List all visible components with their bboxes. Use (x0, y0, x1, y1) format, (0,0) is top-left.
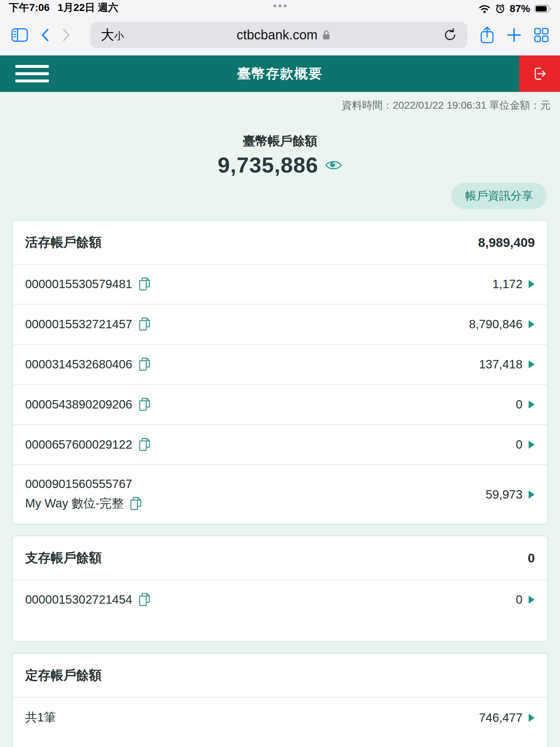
row-amount: 137,418 (479, 357, 522, 371)
card-header: 活存帳戶餘額 8,989,409 (13, 221, 547, 264)
new-tab-icon[interactable] (507, 28, 521, 42)
card-title: 活存帳戶餘額 (25, 234, 102, 251)
account-row[interactable]: 共1筆 746,477 (13, 697, 547, 738)
card-header: 定存帳戶餘額 (13, 654, 547, 697)
tabs-icon[interactable] (534, 27, 549, 43)
copy-icon[interactable] (138, 592, 151, 607)
status-date: 1月22日 週六 (58, 1, 118, 15)
row-amount: 0 (516, 398, 522, 411)
card-rows: 0000015302721454 0 (13, 580, 547, 619)
account-row[interactable]: 0000314532680406 137,418 (13, 344, 547, 384)
chevron-right-icon (528, 490, 535, 499)
row-amount: 8,790,846 (469, 317, 522, 331)
card-rows: 共1筆 746,477 (13, 697, 547, 738)
forward-icon[interactable] (62, 28, 71, 42)
browser-chrome: 下午7:06 1月22日 週六 87% (0, 0, 560, 55)
row-amount: 746,477 (479, 711, 522, 725)
chevron-right-icon (528, 280, 535, 289)
text-size-button[interactable]: 大小 (101, 26, 124, 44)
account-row[interactable]: 0000543890209206 0 (13, 384, 547, 424)
status-time: 下午7:06 (9, 1, 50, 15)
multitask-dots-icon (273, 4, 287, 7)
eye-icon[interactable] (325, 159, 342, 171)
account-cell: 0000314532680406 (25, 357, 151, 372)
account-text: 0000314532680406 (25, 357, 132, 371)
amount-cell: 8,790,846 (469, 317, 535, 331)
card-rows: 0000015530579481 1,172 0000015532721457 (13, 264, 547, 524)
amount-cell: 59,973 (486, 488, 535, 502)
page-title: 臺幣存款概要 (237, 65, 323, 83)
row-amount: 59,973 (486, 488, 522, 502)
status-bar: 下午7:06 1月22日 週六 87% (0, 0, 560, 15)
account-row[interactable]: 0000657600029122 0 (13, 424, 547, 464)
data-time-value: 2022/01/22 19:06:31 (393, 100, 486, 111)
account-text: 0000657600029122 (25, 438, 132, 452)
card-title: 定存帳戶餘額 (25, 667, 102, 684)
logout-button[interactable] (519, 55, 560, 92)
account-cell: 0000015302721454 (25, 592, 151, 607)
data-timestamp: 資料時間：2022/01/22 19:06:31 單位金額：元 (0, 92, 560, 112)
copy-icon[interactable] (138, 397, 151, 412)
account-text: 0000543890209206 (25, 398, 132, 411)
amount-cell: 746,477 (479, 711, 535, 725)
chevron-right-icon (528, 713, 535, 722)
balance-card: 定存帳戶餘額 共1筆 746,477 (12, 653, 548, 747)
chevron-right-icon (528, 360, 535, 369)
card-header: 支存帳戶餘額 0 (13, 536, 547, 580)
amount-cell: 137,418 (479, 357, 535, 371)
amount-cell: 0 (516, 398, 535, 411)
row-amount: 1,172 (492, 277, 522, 291)
account-text: 0000015302721454 (25, 593, 132, 607)
menu-icon[interactable] (15, 61, 49, 87)
amount-cell: 0 (516, 593, 535, 607)
account-text: 0000015532721457 (25, 317, 132, 331)
account-row[interactable]: 0000015532721457 8,790,846 (13, 304, 547, 344)
back-icon[interactable] (41, 28, 50, 42)
account-cell: 0000657600029122 (25, 437, 151, 452)
copy-icon[interactable] (138, 317, 151, 332)
cards: 活存帳戶餘額 8,989,409 0000015530579481 1,172 (0, 220, 560, 747)
data-time-label: 資料時間： (342, 100, 393, 111)
copy-icon[interactable] (138, 357, 151, 372)
reload-icon[interactable] (443, 28, 457, 42)
url-bar[interactable]: 大小 ctbcbank.com (90, 22, 467, 48)
safari-toolbar: 大小 ctbcbank.com (0, 15, 560, 55)
card-total: 0 (528, 551, 535, 565)
balance-card: 支存帳戶餘額 0 0000015302721454 0 (12, 535, 548, 642)
account-text: My Way 數位-完整 (25, 495, 124, 512)
url-domain: ctbcbank.com (237, 27, 318, 43)
chevron-right-icon (528, 320, 535, 329)
account-row[interactable]: 0000901560555767 My Way 數位-完整 59,973 (13, 464, 547, 524)
share-icon[interactable] (480, 26, 494, 44)
battery-percent: 87% (510, 3, 530, 15)
account-text: 0000015530579481 (25, 277, 132, 291)
amount-cell: 0 (516, 438, 535, 452)
account-cell: 0000901560555767 My Way 數位-完整 (25, 477, 143, 512)
unit-value: 元 (540, 100, 551, 111)
account-cell: 0000015532721457 (25, 317, 151, 332)
row-amount: 0 (516, 593, 522, 607)
account-share-button[interactable]: 帳戶資訊分享 (451, 183, 547, 209)
account-cell: 0000015530579481 (25, 276, 151, 292)
total-balance-amount: 9,735,886 (218, 152, 318, 178)
total-balance-label: 臺幣帳戶餘額 (0, 133, 560, 150)
copy-icon[interactable] (138, 276, 151, 292)
account-text: 共1筆 (25, 709, 56, 726)
lock-icon (322, 30, 331, 40)
account-cell: 共1筆 (25, 709, 56, 726)
card-title: 支存帳戶餘額 (25, 549, 102, 566)
copy-icon[interactable] (138, 437, 151, 452)
copy-icon[interactable] (129, 496, 143, 511)
account-row[interactable]: 0000015530579481 1,172 (13, 264, 547, 304)
wifi-icon (478, 4, 491, 13)
balance-card: 活存帳戶餘額 8,989,409 0000015530579481 1,172 (12, 220, 548, 525)
account-cell: 0000543890209206 (25, 397, 151, 412)
sidebar-icon[interactable] (11, 28, 28, 42)
unit-label: 單位金額： (489, 100, 540, 111)
card-total: 8,989,409 (478, 235, 535, 250)
logout-icon (531, 65, 548, 82)
app-header: 臺幣存款概要 (0, 55, 560, 92)
amount-cell: 1,172 (492, 277, 535, 291)
account-row[interactable]: 0000015302721454 0 (13, 580, 547, 619)
row-amount: 0 (516, 438, 522, 452)
